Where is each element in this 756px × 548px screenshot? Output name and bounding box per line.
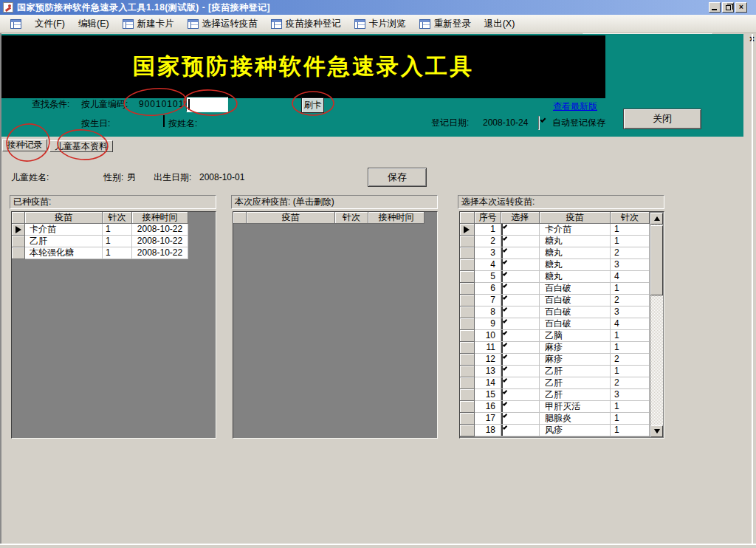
table-row[interactable]: 18风疹1 — [460, 425, 664, 436]
table-row[interactable]: 5糖丸4 — [460, 271, 664, 283]
select-cell[interactable] — [501, 413, 540, 425]
column-header[interactable]: 针次 — [611, 212, 650, 224]
seq-cell[interactable]: 12 — [475, 354, 501, 366]
row-selector[interactable] — [460, 259, 475, 271]
row-selector[interactable] — [12, 236, 25, 247]
column-header[interactable]: 选择 — [501, 212, 540, 224]
close-form-button[interactable]: 关闭 — [623, 109, 701, 129]
vaccine-cell[interactable]: 百白破 — [540, 283, 611, 295]
table-row[interactable]: 乙肝12008-10-22 — [12, 236, 216, 247]
select-cell[interactable] — [501, 354, 540, 366]
cell[interactable]: 卡介苗 — [25, 224, 103, 236]
seq-cell[interactable]: 1 — [475, 224, 501, 236]
row-selector[interactable] — [460, 354, 475, 366]
auto-save-checkbox[interactable] — [538, 116, 540, 130]
table-row[interactable]: 17腮腺炎1 — [460, 413, 664, 425]
row-selector[interactable] — [12, 247, 25, 259]
select-cell[interactable] — [501, 259, 540, 271]
dose-cell[interactable]: 1 — [611, 366, 650, 377]
vaccine-cell[interactable]: 甲肝灭活 — [540, 401, 611, 413]
select-cell[interactable] — [501, 366, 540, 377]
select-cell[interactable] — [501, 377, 540, 389]
checked-checkbox[interactable] — [501, 306, 503, 318]
tab-records[interactable]: 接种记录 — [2, 139, 47, 151]
checked-checkbox[interactable] — [501, 224, 503, 235]
menu-item-1[interactable]: 文件(F) — [28, 15, 72, 32]
vaccine-cell[interactable]: 卡介苗 — [540, 224, 611, 236]
row-selector[interactable] — [460, 377, 475, 389]
menu-item-8[interactable]: 退出(X) — [478, 15, 522, 32]
seq-cell[interactable]: 4 — [475, 259, 501, 271]
checked-checkbox[interactable] — [501, 247, 503, 258]
column-header[interactable]: 针次 — [335, 212, 368, 224]
table-row[interactable]: 本轮强化糖12008-10-22 — [12, 247, 216, 259]
row-selector[interactable] — [460, 401, 475, 413]
column-header[interactable]: 序号 — [475, 212, 501, 224]
seq-cell[interactable]: 5 — [475, 271, 501, 283]
column-header[interactable]: 疫苗 — [540, 212, 611, 224]
row-selector[interactable] — [460, 271, 475, 283]
table-row[interactable]: 12麻疹2 — [460, 354, 664, 366]
vaccine-cell[interactable]: 乙肝 — [540, 389, 611, 401]
table-row[interactable]: 13乙肝1 — [460, 366, 664, 377]
code-input[interactable] — [186, 97, 228, 112]
latest-version-link[interactable]: 查看最新版 — [553, 100, 597, 113]
seq-cell[interactable]: 16 — [475, 401, 501, 413]
dose-cell[interactable]: 4 — [611, 271, 650, 283]
transfer-grid[interactable]: 序号选择疫苗针次1卡介苗12糖丸13糖丸24糖丸35糖丸46百白破17百白破28… — [459, 211, 664, 439]
seq-cell[interactable]: 18 — [475, 425, 501, 436]
row-selector[interactable] — [460, 413, 475, 425]
seq-cell[interactable]: 15 — [475, 389, 501, 401]
seq-cell[interactable]: 9 — [475, 318, 501, 330]
swipe-card-button[interactable]: 刷卡 — [301, 97, 324, 113]
table-row[interactable]: 卡介苗12008-10-22 — [12, 224, 216, 236]
cell[interactable]: 本轮强化糖 — [25, 247, 103, 259]
dose-cell[interactable]: 1 — [611, 236, 650, 247]
vaccine-cell[interactable]: 百白破 — [540, 295, 611, 306]
select-cell[interactable] — [501, 306, 540, 318]
menu-item-4[interactable]: 选择运转疫苗 — [181, 15, 264, 32]
vaccine-cell[interactable]: 乙肝 — [540, 366, 611, 377]
scrollbar-thumb[interactable] — [650, 225, 663, 295]
table-row[interactable]: 1卡介苗1 — [460, 224, 664, 236]
cell[interactable]: 2008-10-22 — [132, 247, 188, 259]
checked-checkbox[interactable] — [501, 401, 503, 412]
cell[interactable]: 1 — [103, 236, 132, 247]
seq-cell[interactable]: 3 — [475, 247, 501, 259]
row-selector[interactable] — [460, 295, 475, 306]
seq-cell[interactable]: 13 — [475, 366, 501, 377]
checked-checkbox[interactable] — [501, 413, 503, 424]
vaccine-cell[interactable]: 糖丸 — [540, 247, 611, 259]
select-cell[interactable] — [501, 236, 540, 247]
vaccine-cell[interactable]: 糖丸 — [540, 236, 611, 247]
row-selector[interactable] — [460, 236, 475, 247]
scroll-down-button[interactable] — [650, 425, 663, 437]
select-cell[interactable] — [501, 271, 540, 283]
row-selector[interactable] — [460, 366, 475, 377]
dose-cell[interactable]: 2 — [611, 354, 650, 366]
row-selector[interactable] — [460, 342, 475, 354]
dose-cell[interactable]: 2 — [611, 377, 650, 389]
dose-cell[interactable]: 1 — [611, 330, 650, 342]
table-row[interactable]: 16甲肝灭活1 — [460, 401, 664, 413]
menu-item-2[interactable]: 编辑(E) — [72, 15, 116, 32]
select-cell[interactable] — [501, 224, 540, 236]
table-row[interactable]: 7百白破2 — [460, 295, 664, 306]
checked-checkbox[interactable] — [501, 318, 503, 329]
seq-cell[interactable]: 8 — [475, 306, 501, 318]
row-selector[interactable] — [460, 425, 475, 436]
save-button[interactable]: 保存 — [368, 168, 427, 187]
table-row[interactable]: 14乙肝2 — [460, 377, 664, 389]
seq-cell[interactable]: 17 — [475, 413, 501, 425]
row-selector[interactable] — [460, 389, 475, 401]
select-cell[interactable] — [501, 342, 540, 354]
minimize-button[interactable] — [709, 2, 721, 13]
dose-cell[interactable]: 3 — [611, 389, 650, 401]
select-cell[interactable] — [501, 295, 540, 306]
vertical-scrollbar[interactable] — [650, 213, 663, 437]
table-row[interactable]: 9百白破4 — [460, 318, 664, 330]
row-selector[interactable] — [460, 330, 475, 342]
table-row[interactable]: 3糖丸2 — [460, 247, 664, 259]
seq-cell[interactable]: 11 — [475, 342, 501, 354]
checked-checkbox[interactable] — [501, 425, 503, 436]
